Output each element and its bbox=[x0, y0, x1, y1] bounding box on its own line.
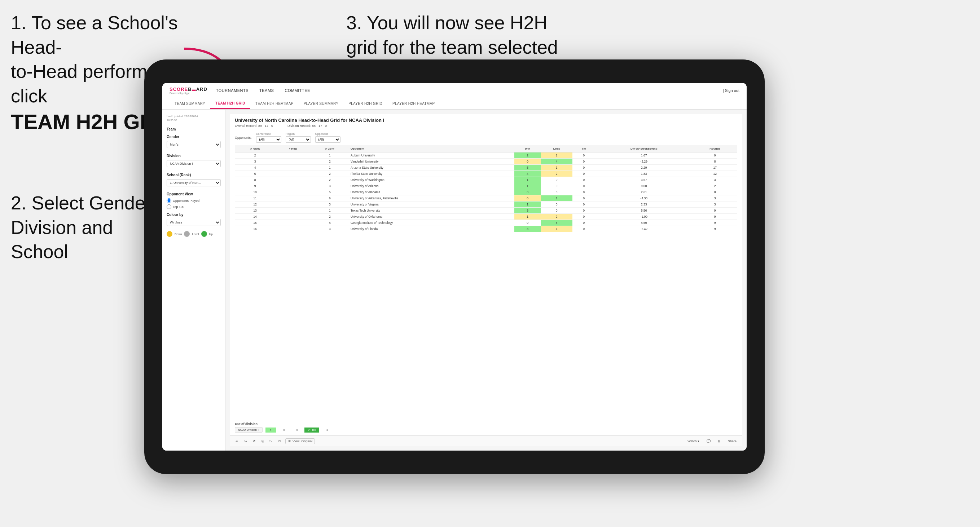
overall-record: Overall Record: 89 - 17 - 0 bbox=[235, 124, 273, 128]
sidebar-division-select[interactable]: NCAA Division I bbox=[167, 160, 221, 167]
legend-dot-up bbox=[201, 231, 207, 237]
toolbar-comment[interactable]: 💬 bbox=[705, 439, 712, 444]
h2h-table: # Rank # Reg # Conf Opponent Win Loss Ti… bbox=[235, 145, 737, 232]
tab-team-h2h-heatmap[interactable]: TEAM H2H HEATMAP bbox=[250, 98, 299, 109]
legend-dot-level bbox=[184, 231, 190, 237]
sidebar-school-label: School (Rank) bbox=[167, 173, 221, 177]
sidebar-colour-section: Colour by Win/loss bbox=[167, 213, 221, 228]
toolbar-share[interactable]: Share bbox=[726, 439, 738, 444]
sidebar-timestamp: Last Updated: 27/03/2024 16:55:38 bbox=[167, 114, 221, 122]
nav-items[interactable]: TOURNAMENTS TEAMS COMMITTEE bbox=[216, 87, 723, 94]
sidebar-gender-select[interactable]: Men's bbox=[167, 141, 221, 148]
table-row: 123University of Virginia1002.333 bbox=[235, 202, 737, 208]
filter-conference-select[interactable]: (All) bbox=[256, 136, 282, 143]
table-header: # Rank # Reg # Conf Opponent Win Loss Ti… bbox=[235, 145, 737, 152]
table-row: 142University of Oklahoma120-1.009 bbox=[235, 214, 737, 220]
sidebar-team-label: Team bbox=[167, 127, 221, 131]
out-of-division: Out of division NCAA Division II 1 0 0 2… bbox=[230, 419, 742, 435]
nav-committee[interactable]: COMMITTEE bbox=[285, 87, 310, 94]
annotation-step2: 2. Select Gender, Division and School bbox=[11, 191, 156, 264]
col-rank: # Rank bbox=[235, 145, 275, 152]
logo-area: SCOREB▬ARD Powered by clippi bbox=[170, 87, 207, 94]
division-record: Division Record: 88 - 17 - 0 bbox=[288, 124, 327, 128]
data-header: University of North Carolina Head-to-Hea… bbox=[230, 114, 742, 130]
table-row: 105University of Alabama3002.618 bbox=[235, 189, 737, 195]
table-row: 32Vanderbilt University040-2.298 bbox=[235, 159, 737, 165]
table-row: 93University of Arizona1009.002 bbox=[235, 183, 737, 189]
sidebar-school-select[interactable]: 1. University of Nort... bbox=[167, 179, 221, 186]
step3-line2: grid for the team selected bbox=[346, 37, 558, 58]
filter-conference-group: Conference (All) bbox=[256, 132, 282, 143]
filter-conference-label: Conference bbox=[256, 132, 282, 135]
step2-line1: 2. Select Gender, bbox=[11, 192, 156, 213]
sidebar-division-label: Division bbox=[167, 154, 221, 158]
col-diff: Diff Av Strokes/Rnd bbox=[595, 145, 692, 152]
nav-bar: SCOREB▬ARD Powered by clippi TOURNAMENTS… bbox=[162, 83, 747, 98]
logo-sub: Powered by clippi bbox=[170, 92, 207, 94]
annotation-step3: 3. You will now see H2H grid for the tea… bbox=[346, 11, 558, 59]
table-body: 21Auburn University2101.67932Vanderbilt … bbox=[235, 152, 737, 232]
step3-line1: 3. You will now see H2H bbox=[346, 12, 547, 33]
data-title: University of North Carolina Head-to-Hea… bbox=[235, 117, 737, 123]
col-tie: Tie bbox=[573, 145, 595, 152]
tab-team-summary[interactable]: TEAM SUMMARY bbox=[170, 98, 210, 109]
filter-bar: Opponents: Conference (All) Region (All) bbox=[230, 130, 742, 145]
filter-opponent-select[interactable]: (All) bbox=[315, 136, 340, 143]
toolbar-right: Watch ▾ 💬 ⊞ Share bbox=[686, 439, 738, 444]
toolbar-watch[interactable]: Watch ▾ bbox=[686, 439, 701, 444]
legend-label-level: Level bbox=[192, 232, 199, 236]
step2-line2: Division and bbox=[11, 217, 113, 238]
filter-region-label: Region bbox=[286, 132, 311, 135]
filter-region-select[interactable]: (All) bbox=[286, 136, 311, 143]
out-of-division-label: Out of division bbox=[235, 422, 737, 426]
sidebar-colour-select[interactable]: Win/loss bbox=[167, 219, 221, 226]
tab-player-summary[interactable]: PLAYER SUMMARY bbox=[299, 98, 344, 109]
toolbar-clock[interactable]: ⏱ bbox=[276, 439, 282, 444]
legend-dot-down bbox=[167, 231, 172, 237]
filter-region-group: Region (All) bbox=[286, 132, 311, 143]
filter-opponent-label: Opponent bbox=[315, 132, 340, 135]
table-row: 163University of Florida310-6.429 bbox=[235, 226, 737, 232]
radio-opponents-played[interactable]: Opponents Played bbox=[167, 198, 221, 203]
table-row: 154Georgia Institute of Technology0504.5… bbox=[235, 220, 737, 226]
legend-label-up: Up bbox=[209, 232, 213, 236]
radio-top-100[interactable]: Top 100 bbox=[167, 205, 221, 209]
sidebar-gender-label: Gender bbox=[167, 135, 221, 139]
bottom-toolbar: ↩ ↪ ↺ ⎘ □· ⏱ 👁 View: Original Watch ▾ 💬 … bbox=[230, 435, 742, 446]
col-opponent: Opponent bbox=[349, 145, 514, 152]
legend-label-down: Down bbox=[175, 232, 182, 236]
step2-line3: School bbox=[11, 241, 68, 262]
tab-player-h2h-grid[interactable]: PLAYER H2H GRID bbox=[344, 98, 387, 109]
col-loss: Loss bbox=[541, 145, 572, 152]
toolbar-paste[interactable]: □· bbox=[267, 439, 274, 444]
sidebar-legend: Down Level Up bbox=[167, 231, 221, 237]
sidebar: Last Updated: 27/03/2024 16:55:38 Team G… bbox=[162, 110, 226, 451]
sidebar-opponent-view-label: Opponent View bbox=[167, 192, 221, 196]
data-records: Overall Record: 89 - 17 - 0 Division Rec… bbox=[235, 124, 737, 128]
table-row: 131Texas Tech University3005.569 bbox=[235, 208, 737, 214]
col-rounds: Rounds bbox=[692, 145, 737, 152]
nav-teams[interactable]: TEAMS bbox=[259, 87, 274, 94]
toolbar-view[interactable]: 👁 View: Original bbox=[285, 438, 315, 444]
col-reg: # Reg bbox=[275, 145, 310, 152]
toolbar-grid-view[interactable]: ⊞ bbox=[716, 439, 722, 444]
tab-player-h2h-heatmap[interactable]: PLAYER H2H HEATMAP bbox=[387, 98, 440, 109]
toolbar-copy[interactable]: ⎘ bbox=[260, 439, 265, 444]
toolbar-back[interactable]: ↺ bbox=[251, 439, 257, 444]
out-div-win: 1 bbox=[266, 427, 276, 433]
sidebar-colour-label: Colour by bbox=[167, 213, 221, 217]
view-label: View: Original bbox=[293, 440, 312, 443]
tab-team-h2h-grid[interactable]: TEAM H2H GRID bbox=[210, 98, 250, 109]
logo-text: SCOREB▬ARD bbox=[170, 87, 207, 92]
table-row: 62Florida State University4201.8312 bbox=[235, 171, 737, 177]
data-area: University of North Carolina Head-to-Hea… bbox=[230, 114, 742, 446]
out-of-division-row: NCAA Division II 1 0 0 26.00 3 bbox=[235, 427, 737, 433]
out-div-loss: 0 bbox=[278, 427, 289, 433]
toolbar-redo[interactable]: ↪ bbox=[243, 439, 248, 444]
nav-sign-out[interactable]: | Sign out bbox=[723, 88, 740, 93]
nav-tournaments[interactable]: TOURNAMENTS bbox=[216, 87, 248, 94]
out-div-diff: 26.00 bbox=[304, 427, 319, 433]
toolbar-undo[interactable]: ↩ bbox=[234, 439, 240, 444]
tablet-device: SCOREB▬ARD Powered by clippi TOURNAMENTS… bbox=[144, 59, 765, 474]
main-content: Last Updated: 27/03/2024 16:55:38 Team G… bbox=[162, 110, 747, 451]
